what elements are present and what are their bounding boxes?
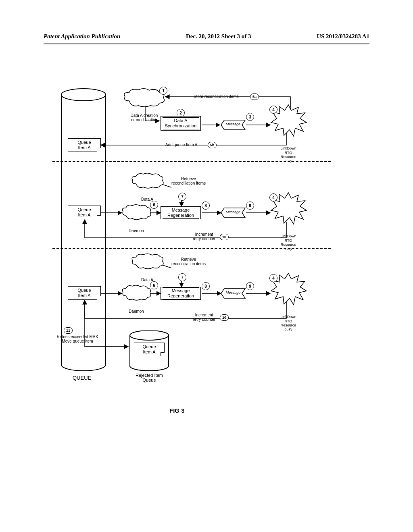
num-7b: 7 <box>178 273 186 281</box>
qitem1-l2: Item A <box>68 145 100 150</box>
header-right: US 2012/0324283 A1 <box>317 33 369 40</box>
star1-l1: LinkDown <box>280 146 296 150</box>
cloud-data-a-creation-l1: Data A creation <box>131 113 158 118</box>
cloud-daemon-2-text: Daemon <box>129 229 144 233</box>
figure-label: FIG 3 <box>169 407 185 414</box>
regen3-l1: Message <box>172 288 190 293</box>
num-6a: 6 <box>150 201 158 209</box>
page-header: Patent Application Publication Dec. 20, … <box>44 33 369 40</box>
rejected-queue-item: Queue Item A <box>134 343 165 356</box>
num-3: 3 <box>246 113 254 121</box>
star2-l1: LinkDown <box>280 234 296 238</box>
msg-text-1: Message <box>221 122 245 126</box>
msg-text-2: Message <box>221 210 245 214</box>
num-8a: 8 <box>202 202 210 210</box>
queue-item-a-2: Queue Item A <box>68 206 101 219</box>
svg-point-3 <box>130 330 169 340</box>
queue-item-a-1: Queue Item A <box>68 138 101 152</box>
figure-3-diagram: QUEUE <box>60 89 323 399</box>
rej-item-l1: Queue <box>134 344 164 349</box>
cloud-daemon-2: Daemon <box>122 205 151 221</box>
queue-label: QUEUE <box>73 375 91 381</box>
message-banner-2: Message <box>221 208 245 218</box>
num-10a: 10 <box>220 234 229 240</box>
queue-item-a-3: Queue Item A <box>68 286 101 300</box>
message-banner-3: Message <box>221 289 245 298</box>
divider-1 <box>52 161 331 162</box>
qitem3-l2: Item A <box>68 293 100 298</box>
svg-point-0 <box>61 89 106 101</box>
rej-item-l2: Item A <box>134 349 164 355</box>
qitem2-l1: Queue <box>68 207 100 212</box>
num-4a: 4 <box>269 106 277 114</box>
regen3-l2: Regeneration <box>167 293 194 298</box>
proc-sync-l1: Data A <box>174 118 187 123</box>
cloud-data-a-creation-l2: or modification <box>131 118 157 122</box>
star1-l2: RTO <box>285 151 292 155</box>
proc-msg-regen-3: Message Regeneration <box>161 287 201 300</box>
qitem3-l1: Queue <box>68 288 100 293</box>
qitem1-l1: Queue <box>68 140 100 145</box>
num-2: 2 <box>177 109 185 117</box>
num-7a: 7 <box>178 193 186 201</box>
proc-data-a-sync: Data A Synchronization <box>161 116 201 131</box>
num-6b: 6 <box>150 281 158 289</box>
star1-l3: Resource <box>281 155 296 159</box>
num-8b: 8 <box>202 282 210 290</box>
num-5a: 5a <box>250 94 259 100</box>
star2-l3: Resource <box>281 243 296 247</box>
rejected-queue-label: Rejected ItemQueue <box>129 373 169 382</box>
header-rule <box>44 44 369 44</box>
header-left: Patent Application Publication <box>44 33 120 40</box>
num-11: 11 <box>64 327 73 334</box>
label-retrieve-2: Retrievereconciliation items <box>171 177 206 185</box>
star3-l1: LinkDown <box>280 315 296 319</box>
proc-msg-regen-2: Message Regeneration <box>161 206 201 219</box>
star2-l2: RTO <box>285 239 292 243</box>
divider-2 <box>52 248 331 249</box>
rejected-queue-cylinder: Queue Item A <box>129 330 169 371</box>
msg-text-3: Message <box>221 291 245 295</box>
star3-l2: RTO <box>285 319 292 323</box>
star3-l4: busy <box>284 327 292 331</box>
num-1: 1 <box>159 87 167 95</box>
message-banner-1: Message <box>221 120 245 130</box>
regen2-l1: Message <box>172 208 190 212</box>
star3-l3: Resource <box>281 323 296 327</box>
num-9b: 9 <box>246 282 254 290</box>
label-inc-retry-3: Incrementretry counter <box>193 313 215 322</box>
label-add-queue: Add queue Item A <box>165 143 198 147</box>
cloud-data-a-3-text: Data A <box>141 278 153 282</box>
label-inc-retry-2: Incrementretry counter <box>193 232 215 241</box>
cloud-daemon-3: Daemon <box>122 285 151 301</box>
num-9a: 9 <box>246 202 254 210</box>
label-store-items: Store reconciliation items <box>194 94 239 99</box>
cloud-data-a-3: Data A <box>131 254 163 270</box>
num-4c: 4 <box>269 274 277 282</box>
num-10b: 10 <box>220 314 229 321</box>
cloud-daemon-3-text: Daemon <box>129 309 144 314</box>
header-mid: Dec. 20, 2012 Sheet 3 of 3 <box>186 33 251 40</box>
num-5b: 5b <box>208 142 217 148</box>
regen2-l2: Regeneration <box>167 213 194 218</box>
cloud-data-a-2: Data A <box>131 173 163 189</box>
star2-l4: busy <box>284 247 292 251</box>
cloud-data-a-2-text: Data A <box>141 197 153 202</box>
proc-sync-l2: Synchronization <box>165 123 196 128</box>
label-retrieve-3: Retrievereconciliation items <box>171 257 206 266</box>
qitem2-l2: Item A <box>68 212 100 218</box>
num-4b: 4 <box>269 193 277 202</box>
label-retries-max: Retries exceeded MAXMove queue Item <box>49 335 106 343</box>
